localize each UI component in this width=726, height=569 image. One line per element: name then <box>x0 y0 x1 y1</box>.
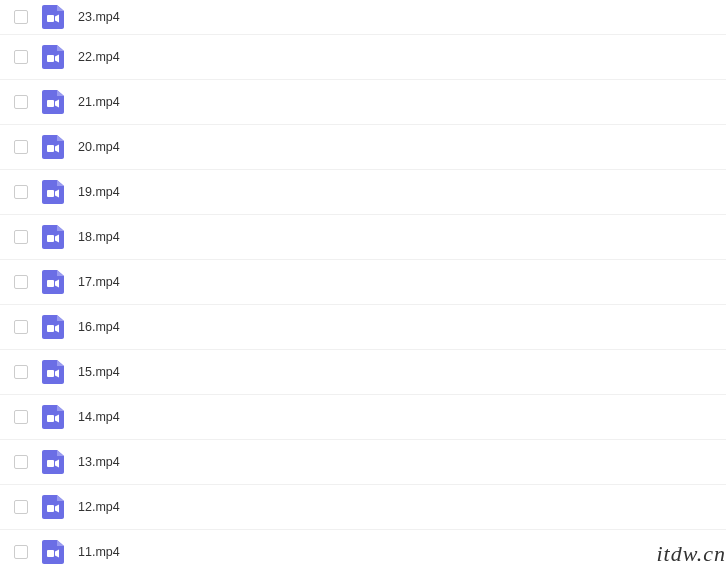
video-file-icon <box>42 135 64 159</box>
file-checkbox[interactable] <box>14 410 28 424</box>
svg-rect-4 <box>47 190 54 197</box>
svg-rect-1 <box>47 55 54 62</box>
video-file-icon <box>42 45 64 69</box>
video-file-icon <box>42 360 64 384</box>
file-name: 13.mp4 <box>78 455 120 469</box>
svg-rect-11 <box>47 505 54 512</box>
svg-rect-8 <box>47 370 54 377</box>
file-checkbox[interactable] <box>14 10 28 24</box>
file-row[interactable]: 21.mp4 <box>0 80 726 125</box>
file-row[interactable]: 22.mp4 <box>0 35 726 80</box>
file-row[interactable]: 17.mp4 <box>0 260 726 305</box>
video-file-icon <box>42 90 64 114</box>
video-file-icon <box>42 5 64 29</box>
file-row[interactable]: 23.mp4 <box>0 0 726 35</box>
file-list: 23.mp4 22.mp4 21.mp4 20.mp4 19.mp4 18.mp… <box>0 0 726 569</box>
video-file-icon <box>42 540 64 564</box>
video-file-icon <box>42 315 64 339</box>
svg-rect-7 <box>47 325 54 332</box>
file-checkbox[interactable] <box>14 320 28 334</box>
file-name: 12.mp4 <box>78 500 120 514</box>
svg-rect-0 <box>47 15 54 22</box>
file-name: 14.mp4 <box>78 410 120 424</box>
svg-rect-12 <box>47 550 54 557</box>
file-name: 22.mp4 <box>78 50 120 64</box>
file-checkbox[interactable] <box>14 50 28 64</box>
video-file-icon <box>42 495 64 519</box>
file-checkbox[interactable] <box>14 95 28 109</box>
file-row[interactable]: 11.mp4 <box>0 530 726 569</box>
file-row[interactable]: 13.mp4 <box>0 440 726 485</box>
watermark-text: itdw.cn <box>656 541 726 567</box>
file-checkbox[interactable] <box>14 365 28 379</box>
file-name: 19.mp4 <box>78 185 120 199</box>
file-checkbox[interactable] <box>14 545 28 559</box>
file-name: 23.mp4 <box>78 10 120 24</box>
file-checkbox[interactable] <box>14 500 28 514</box>
file-row[interactable]: 19.mp4 <box>0 170 726 215</box>
file-row[interactable]: 15.mp4 <box>0 350 726 395</box>
file-row[interactable]: 20.mp4 <box>0 125 726 170</box>
file-name: 20.mp4 <box>78 140 120 154</box>
file-row[interactable]: 14.mp4 <box>0 395 726 440</box>
video-file-icon <box>42 450 64 474</box>
file-name: 15.mp4 <box>78 365 120 379</box>
svg-rect-2 <box>47 100 54 107</box>
file-name: 17.mp4 <box>78 275 120 289</box>
file-name: 11.mp4 <box>78 545 120 559</box>
video-file-icon <box>42 180 64 204</box>
file-name: 16.mp4 <box>78 320 120 334</box>
video-file-icon <box>42 225 64 249</box>
svg-rect-6 <box>47 280 54 287</box>
file-checkbox[interactable] <box>14 185 28 199</box>
svg-rect-5 <box>47 235 54 242</box>
file-checkbox[interactable] <box>14 230 28 244</box>
svg-rect-10 <box>47 460 54 467</box>
file-name: 21.mp4 <box>78 95 120 109</box>
file-row[interactable]: 12.mp4 <box>0 485 726 530</box>
svg-rect-9 <box>47 415 54 422</box>
video-file-icon <box>42 270 64 294</box>
file-name: 18.mp4 <box>78 230 120 244</box>
svg-rect-3 <box>47 145 54 152</box>
file-checkbox[interactable] <box>14 140 28 154</box>
file-checkbox[interactable] <box>14 455 28 469</box>
file-row[interactable]: 18.mp4 <box>0 215 726 260</box>
video-file-icon <box>42 405 64 429</box>
file-checkbox[interactable] <box>14 275 28 289</box>
file-row[interactable]: 16.mp4 <box>0 305 726 350</box>
